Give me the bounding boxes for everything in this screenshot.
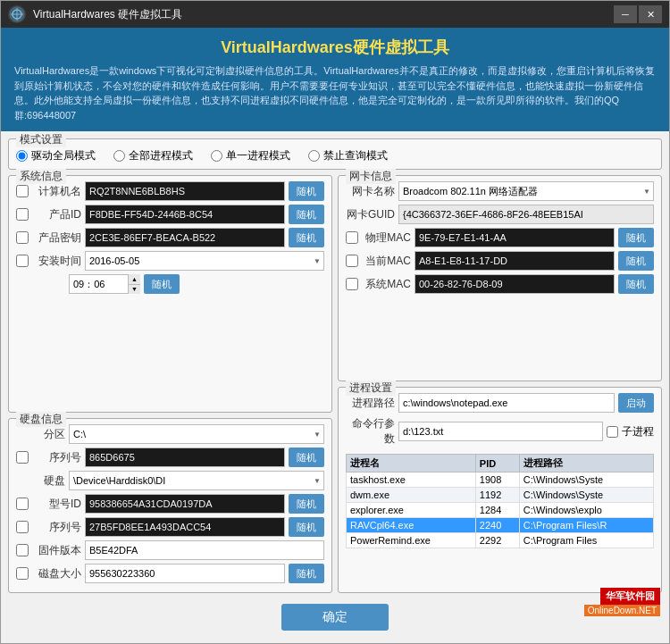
time-up-btn[interactable]: ▲ — [129, 274, 140, 285]
mode-single-process[interactable]: 单一进程模式 — [211, 148, 290, 163]
table-row[interactable]: RAVCpl64.exe 2240 C:\Program Files\R — [347, 518, 654, 533]
header-section: VirtualHardwares硬件虚拟工具 VirtualHardwares是… — [1, 28, 669, 131]
mode-row: 驱动全局模式 全部进程模式 单一进程模式 禁止查询模式 — [16, 148, 654, 163]
mode-single-process-radio[interactable] — [211, 150, 222, 162]
install-time-row: 安装时间 ▼ — [16, 251, 324, 271]
disk-firmware-input[interactable] — [85, 540, 324, 560]
install-date-input[interactable] — [85, 251, 324, 271]
physical-mac-checkbox[interactable] — [346, 231, 358, 244]
disk-partition-select[interactable]: C:\ — [69, 424, 324, 444]
cmd-args-input[interactable] — [398, 422, 603, 441]
disk-serial2-input[interactable] — [85, 517, 285, 537]
product-key-input[interactable] — [85, 228, 285, 247]
product-key-checkbox[interactable] — [16, 231, 29, 244]
start-process-btn[interactable]: 启动 — [618, 393, 654, 413]
disk-hd-select[interactable]: \Device\Harddisk0\DI — [69, 471, 324, 490]
system-mac-checkbox[interactable] — [346, 278, 358, 290]
disk-size-checkbox[interactable] — [16, 567, 29, 580]
disk-model-row: 型号ID 随机 — [16, 494, 324, 514]
table-row[interactable]: taskhost.exe 1908 C:\Windows\Syste — [347, 473, 654, 488]
time-random-btn[interactable]: 随机 — [144, 274, 180, 294]
disk-partition-label: 分区 — [16, 427, 65, 442]
current-mac-checkbox[interactable] — [346, 255, 358, 267]
disk-model-input[interactable] — [85, 494, 285, 514]
table-row[interactable]: explorer.exe 1284 C:\Windows\explo — [347, 503, 654, 518]
physical-mac-random-btn[interactable]: 随机 — [618, 228, 654, 247]
disk-info-section: 硬盘信息 分区 C:\ ▼ 序列号 — [8, 418, 332, 593]
right-column: 网卡信息 网卡名称 Broadcom 802.11n 网络适配器 ▼ 网卡GUI… — [338, 175, 662, 593]
col-process-name: 进程名 — [347, 455, 476, 473]
time-spinner[interactable]: ▲ ▼ — [69, 274, 140, 294]
cell-path: C:\Program Files\R — [519, 518, 653, 533]
mode-drive-global-radio[interactable] — [16, 150, 28, 162]
install-time-row2: ▲ ▼ 随机 — [69, 274, 324, 294]
nic-info-title: 网卡信息 — [346, 169, 396, 184]
disk-size-random-btn[interactable]: 随机 — [289, 564, 324, 583]
process-table-container: 进程名 PID 进程路径 taskhost.exe 1908 C:\Window… — [346, 454, 654, 587]
disk-serial2-random-btn[interactable]: 随机 — [289, 517, 324, 537]
current-mac-random-btn[interactable]: 随机 — [618, 251, 654, 271]
nic-name-select[interactable]: Broadcom 802.11n 网络适配器 — [398, 181, 654, 201]
cmd-args-label: 命令行参数 — [346, 416, 395, 447]
close-button[interactable]: ✕ — [639, 5, 662, 23]
mode-forbid-query-radio[interactable] — [308, 150, 320, 162]
disk-partition-dropdown[interactable]: C:\ ▼ — [69, 424, 324, 444]
disk-serial-input[interactable] — [85, 447, 285, 467]
minimize-button[interactable]: ─ — [614, 5, 637, 23]
product-id-random-btn[interactable]: 随机 — [289, 205, 324, 224]
disk-serial-checkbox[interactable] — [16, 451, 29, 464]
computer-name-random-btn[interactable]: 随机 — [289, 181, 324, 201]
mode-all-process[interactable]: 全部进程模式 — [113, 148, 193, 163]
mode-drive-global[interactable]: 驱动全局模式 — [16, 148, 96, 163]
subprocess-checkbox[interactable] — [607, 426, 618, 438]
process-path-label: 进程路径 — [346, 396, 395, 411]
disk-model-checkbox[interactable] — [16, 498, 29, 510]
table-row[interactable]: PowerRemind.exe 2292 C:\Program Files — [347, 533, 654, 548]
disk-serial2-row: 序列号 随机 — [16, 517, 324, 537]
disk-size-input[interactable] — [85, 564, 285, 583]
cell-pid: 2240 — [475, 518, 519, 533]
product-id-checkbox[interactable] — [16, 208, 29, 221]
disk-serial-random-btn[interactable]: 随机 — [289, 447, 324, 467]
system-mac-input[interactable] — [415, 274, 615, 294]
computer-name-input[interactable] — [85, 181, 285, 201]
subprocess-checkbox-label[interactable]: 子进程 — [607, 424, 654, 439]
mode-all-process-radio[interactable] — [113, 150, 125, 162]
system-mac-label: 系统MAC — [362, 277, 411, 292]
system-mac-random-btn[interactable]: 随机 — [618, 274, 654, 294]
disk-hd-dropdown[interactable]: \Device\Harddisk0\DI ▼ — [69, 471, 324, 490]
time-down-btn[interactable]: ▼ — [129, 285, 140, 295]
disk-model-label: 型号ID — [32, 497, 81, 512]
confirm-button[interactable]: 确定 — [281, 604, 389, 631]
process-path-input[interactable] — [398, 393, 615, 413]
table-row[interactable]: dwm.exe 1192 C:\Windows\Syste — [347, 488, 654, 503]
system-info-section: 系统信息 计算机名 随机 产品ID 随机 — [8, 175, 332, 413]
current-mac-input[interactable] — [415, 251, 615, 271]
mode-forbid-query[interactable]: 禁止查询模式 — [308, 148, 388, 163]
computer-name-checkbox[interactable] — [16, 185, 29, 197]
disk-firmware-label: 固件版本 — [32, 543, 81, 558]
disk-firmware-checkbox[interactable] — [16, 544, 29, 556]
cmd-args-row: 命令行参数 子进程 — [346, 416, 654, 447]
mode-single-process-label: 单一进程模式 — [226, 148, 290, 163]
physical-mac-input[interactable] — [415, 228, 615, 247]
cell-path: C:\Windows\explo — [519, 503, 653, 518]
nic-guid-input[interactable] — [398, 205, 654, 224]
disk-info-title: 硬盘信息 — [16, 412, 66, 427]
system-mac-row: 系统MAC 随机 — [346, 274, 654, 294]
install-time-checkbox[interactable] — [16, 255, 29, 267]
mode-section: 模式设置 驱动全局模式 全部进程模式 单一进程模式 禁止查询模式 — [8, 138, 662, 170]
main-window: VirtualHardwares 硬件虚拟工具 ─ ✕ VirtualHardw… — [0, 0, 670, 644]
install-date-dropdown[interactable]: ▼ — [85, 251, 324, 271]
cell-pid: 1908 — [475, 473, 519, 488]
watermark: 华军软件园 OnlineDown.NET — [584, 588, 660, 616]
disk-model-random-btn[interactable]: 随机 — [289, 494, 324, 514]
disk-serial-row: 序列号 随机 — [16, 447, 324, 467]
product-id-input[interactable] — [85, 205, 285, 224]
nic-name-dropdown[interactable]: Broadcom 802.11n 网络适配器 ▼ — [398, 181, 654, 201]
cell-pid: 1192 — [475, 488, 519, 503]
subprocess-label: 子进程 — [622, 424, 654, 439]
app-description: VirtualHardwares是一款windows下可视化可定制虚拟硬件信息的… — [14, 63, 656, 122]
product-key-random-btn[interactable]: 随机 — [289, 228, 324, 247]
disk-serial2-checkbox[interactable] — [16, 521, 29, 533]
